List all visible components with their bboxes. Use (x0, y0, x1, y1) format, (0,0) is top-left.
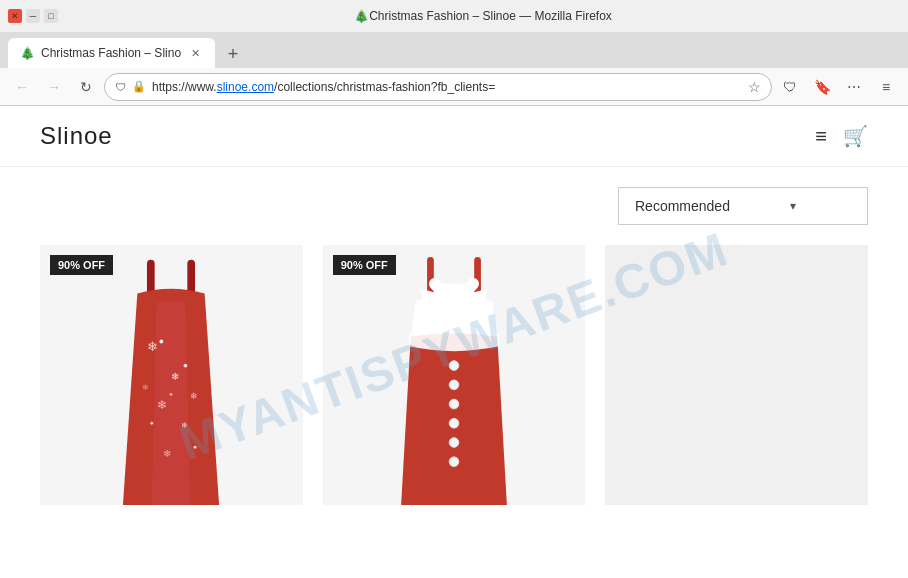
header-icons: ≡ 🛒 (815, 124, 868, 148)
svg-point-9 (160, 340, 164, 344)
product-card-1[interactable]: 90% OFF ❄ ❄ ❄ ❄ (40, 245, 303, 505)
svg-point-21 (449, 438, 459, 448)
product-card-2[interactable]: 90% OFF (323, 245, 586, 505)
forward-button[interactable]: → (40, 73, 68, 101)
product-image-2 (323, 245, 586, 505)
more-tools-button[interactable]: ⋯ (840, 73, 868, 101)
svg-text:❄: ❄ (157, 399, 167, 411)
address-text: https://www.slinoe.com/collections/chris… (152, 80, 742, 94)
product-badge-1: 90% OFF (50, 255, 113, 275)
product-badge-2: 90% OFF (333, 255, 396, 275)
product-card-3 (605, 245, 868, 505)
product-image-3 (605, 245, 868, 505)
back-icon: ← (15, 79, 29, 95)
back-button[interactable]: ← (8, 73, 36, 101)
product-image-1: ❄ ❄ ❄ ❄ ❄ ❄ ❄ (40, 245, 303, 505)
svg-point-19 (449, 399, 459, 409)
website-content: Slinoe ≡ 🛒 Recommended ▾ 90% OFF (0, 106, 908, 578)
sort-label: Recommended (635, 198, 730, 214)
more-tools-icon: ⋯ (847, 79, 861, 95)
url-domain: slinoe.com (217, 80, 274, 94)
svg-text:❄: ❄ (147, 339, 158, 354)
url-prefix: https://www. (152, 80, 217, 94)
dress-svg-1: ❄ ❄ ❄ ❄ ❄ ❄ ❄ (91, 255, 251, 505)
products-grid: 90% OFF ❄ ❄ ❄ ❄ (40, 245, 868, 505)
window-title: 🎄Christmas Fashion – Slinoe — Mozilla Fi… (66, 9, 900, 23)
sort-bar: Recommended ▾ (40, 187, 868, 225)
svg-point-12 (194, 446, 197, 449)
bookmark-button[interactable]: 🔖 (808, 73, 836, 101)
svg-point-16 (444, 288, 463, 303)
active-tab[interactable]: 🎄 Christmas Fashion – Slino ✕ (8, 38, 215, 68)
title-bar: ✕ ─ □ 🎄Christmas Fashion – Slinoe — Mozi… (0, 0, 908, 32)
svg-point-10 (184, 364, 188, 368)
site-main: Recommended ▾ 90% OFF (0, 167, 908, 525)
bookmark-star-icon[interactable]: ☆ (748, 79, 761, 95)
nav-extras: 🛡 🔖 ⋯ ≡ (776, 73, 900, 101)
address-bar[interactable]: 🛡 🔒 https://www.slinoe.com/collections/c… (104, 73, 772, 101)
forward-icon: → (47, 79, 61, 95)
svg-text:❄: ❄ (171, 371, 179, 382)
tab-bar: 🎄 Christmas Fashion – Slino ✕ + (0, 32, 908, 68)
new-tab-button[interactable]: + (219, 40, 247, 68)
svg-point-17 (449, 361, 459, 371)
svg-text:❄: ❄ (191, 391, 199, 401)
menu-button[interactable]: ≡ (872, 73, 900, 101)
tab-favicon: 🎄 (20, 46, 35, 60)
site-logo[interactable]: Slinoe (40, 122, 113, 150)
lock-icon: 🔒 (132, 80, 146, 93)
shield-icon: 🛡 (783, 79, 797, 95)
svg-point-11 (151, 422, 154, 425)
svg-point-13 (170, 393, 173, 396)
svg-point-20 (449, 418, 459, 428)
menu-icon: ≡ (882, 79, 890, 95)
shield-icon: 🛡 (115, 81, 126, 93)
svg-text:❄: ❄ (164, 448, 172, 459)
chevron-down-icon: ▾ (790, 199, 796, 213)
tab-close-button[interactable]: ✕ (187, 45, 203, 61)
nav-bar: ← → ↻ 🛡 🔒 https://www.slinoe.com/collect… (0, 68, 908, 106)
sort-dropdown[interactable]: Recommended ▾ (618, 187, 868, 225)
svg-text:❄: ❄ (181, 421, 188, 430)
tab-label: Christmas Fashion – Slino (41, 46, 181, 60)
svg-point-18 (449, 380, 459, 390)
window-minimize-button[interactable]: ─ (26, 9, 40, 23)
window-close-button[interactable]: ✕ (8, 9, 22, 23)
svg-text:❄: ❄ (142, 383, 149, 392)
reload-button[interactable]: ↻ (72, 73, 100, 101)
wallet-button[interactable]: 🛡 (776, 73, 804, 101)
dress-svg-2 (374, 255, 534, 505)
svg-point-22 (449, 457, 459, 467)
browser-chrome: ✕ ─ □ 🎄Christmas Fashion – Slinoe — Mozi… (0, 0, 908, 106)
cart-icon[interactable]: 🛒 (843, 124, 868, 148)
bookmark-icon: 🔖 (814, 79, 831, 95)
site-header: Slinoe ≡ 🛒 (0, 106, 908, 167)
window-controls: ✕ ─ □ (8, 9, 58, 23)
window-maximize-button[interactable]: □ (44, 9, 58, 23)
hamburger-menu-icon[interactable]: ≡ (815, 125, 827, 148)
url-suffix: /collections/christmas-fashion?fb_client… (274, 80, 495, 94)
reload-icon: ↻ (80, 79, 92, 95)
